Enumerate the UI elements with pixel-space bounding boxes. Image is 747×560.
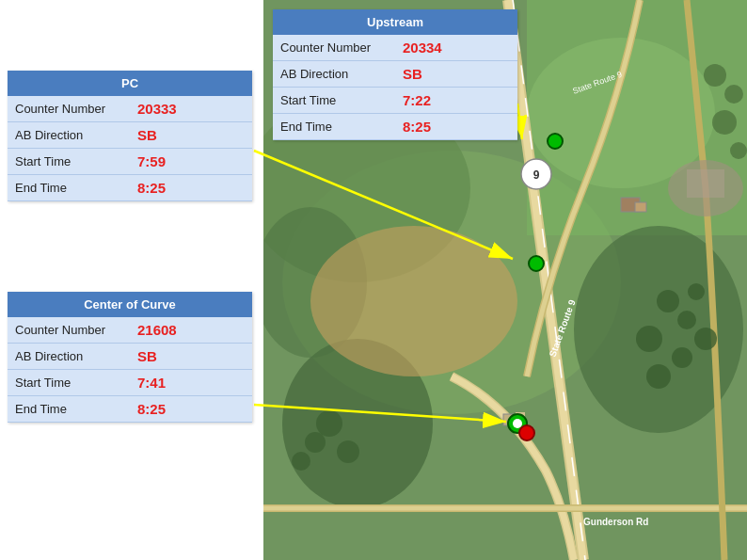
coc-counter-number-value: 21608 (130, 317, 252, 344)
pc-start-time-row: Start Time 7:59 (8, 149, 252, 175)
pc-start-time-value: 7:59 (130, 149, 252, 175)
svg-point-42 (712, 110, 737, 135)
coc-start-time-label: Start Time (8, 370, 130, 396)
upstream-table-header: Upstream (273, 9, 517, 35)
pc-ab-direction-label: AB Direction (8, 122, 130, 149)
svg-point-31 (636, 326, 662, 352)
pc-ab-direction-row: AB Direction SB (8, 122, 252, 149)
svg-point-36 (316, 410, 342, 437)
pc-start-time-label: Start Time (8, 149, 130, 175)
pc-counter-number-value: 20333 (130, 96, 252, 122)
svg-text:Gunderson Rd: Gunderson Rd (583, 517, 648, 527)
upstream-end-time-value: 8:25 (395, 114, 517, 140)
upstream-counter-number-value: 20334 (395, 35, 517, 61)
upstream-ab-direction-row: AB Direction SB (273, 61, 517, 88)
svg-point-43 (730, 142, 747, 159)
pc-counter-number-row: Counter Number 20333 (8, 96, 252, 122)
upstream-end-time-label: End Time (273, 114, 395, 140)
svg-point-29 (657, 290, 679, 312)
upstream-counter-number-label: Counter Number (273, 35, 395, 61)
svg-rect-18 (635, 202, 646, 212)
upstream-end-time-row: End Time 8:25 (273, 114, 517, 140)
coc-table-header: Center of Curve (8, 292, 252, 317)
pc-table-header: PC (8, 71, 252, 96)
coc-ab-direction-row: AB Direction SB (8, 344, 252, 370)
svg-point-33 (646, 364, 671, 389)
coc-end-time-label: End Time (8, 396, 130, 423)
pc-counter-number-label: Counter Number (8, 96, 130, 122)
svg-point-37 (305, 432, 326, 453)
upstream-table-title: Upstream (273, 9, 517, 35)
pc-end-time-row: End Time 8:25 (8, 175, 252, 201)
upstream-ab-direction-label: AB Direction (273, 61, 395, 88)
svg-point-25 (548, 134, 563, 149)
svg-point-40 (704, 64, 726, 87)
coc-ab-direction-label: AB Direction (8, 344, 130, 370)
svg-point-30 (677, 311, 696, 329)
upstream-start-time-label: Start Time (273, 88, 395, 114)
coc-start-time-row: Start Time 7:41 (8, 370, 252, 396)
svg-point-22 (513, 419, 522, 428)
upstream-start-time-value: 7:22 (395, 88, 517, 114)
pc-end-time-label: End Time (8, 175, 130, 201)
svg-point-32 (672, 347, 692, 368)
coc-counter-number-label: Counter Number (8, 317, 130, 344)
pc-table: PC Counter Number 20333 AB Direction SB … (8, 71, 252, 201)
coc-table: Center of Curve Counter Number 21608 AB … (8, 292, 252, 423)
svg-point-35 (694, 328, 717, 350)
upstream-ab-direction-value: SB (395, 61, 517, 88)
svg-text:9: 9 (533, 168, 540, 182)
pc-table-title: PC (8, 71, 252, 96)
pc-end-time-value: 8:25 (130, 175, 252, 201)
coc-start-time-value: 7:41 (130, 370, 252, 396)
svg-point-23 (519, 425, 534, 440)
coc-ab-direction-value: SB (130, 344, 252, 370)
svg-point-9 (310, 226, 517, 376)
upstream-counter-number-row: Counter Number 20334 (273, 35, 517, 61)
coc-counter-number-row: Counter Number 21608 (8, 317, 252, 344)
svg-point-38 (337, 440, 359, 463)
svg-point-39 (292, 452, 310, 471)
svg-point-34 (688, 283, 705, 300)
coc-table-title: Center of Curve (8, 292, 252, 317)
pc-ab-direction-value: SB (130, 122, 252, 149)
svg-point-24 (529, 256, 544, 271)
coc-end-time-row: End Time 8:25 (8, 396, 252, 423)
upstream-table: Upstream Counter Number 20334 AB Directi… (273, 9, 517, 140)
upstream-start-time-row: Start Time 7:22 (273, 88, 517, 114)
coc-end-time-value: 8:25 (130, 396, 252, 423)
svg-point-41 (724, 85, 743, 104)
svg-rect-45 (687, 169, 724, 198)
